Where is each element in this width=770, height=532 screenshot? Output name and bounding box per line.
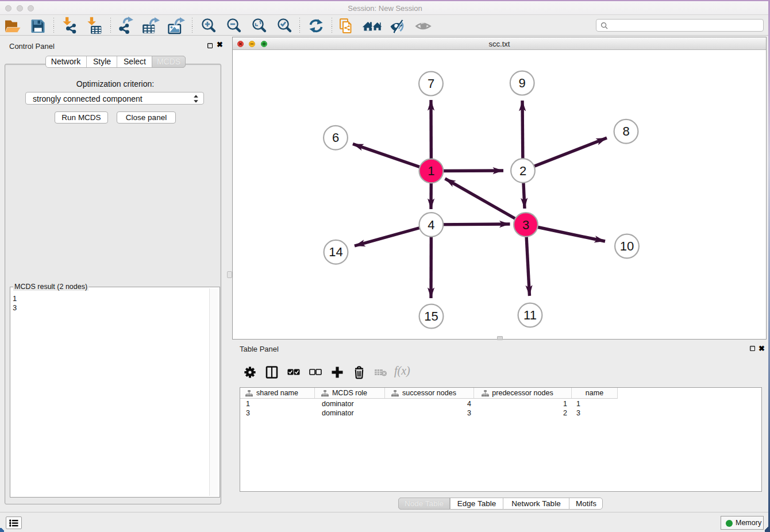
- svg-text:2: 2: [519, 164, 526, 178]
- svg-text:11: 11: [523, 308, 537, 322]
- svg-text:7: 7: [428, 76, 434, 91]
- svg-text:6: 6: [332, 130, 339, 145]
- svg-text:3: 3: [522, 218, 529, 232]
- svg-text:4: 4: [428, 218, 434, 232]
- svg-text:15: 15: [424, 309, 438, 323]
- svg-text:14: 14: [329, 245, 342, 259]
- svg-text:8: 8: [622, 124, 629, 138]
- svg-text:9: 9: [519, 76, 526, 90]
- svg-text:10: 10: [620, 239, 634, 253]
- svg-text:1: 1: [428, 164, 434, 178]
